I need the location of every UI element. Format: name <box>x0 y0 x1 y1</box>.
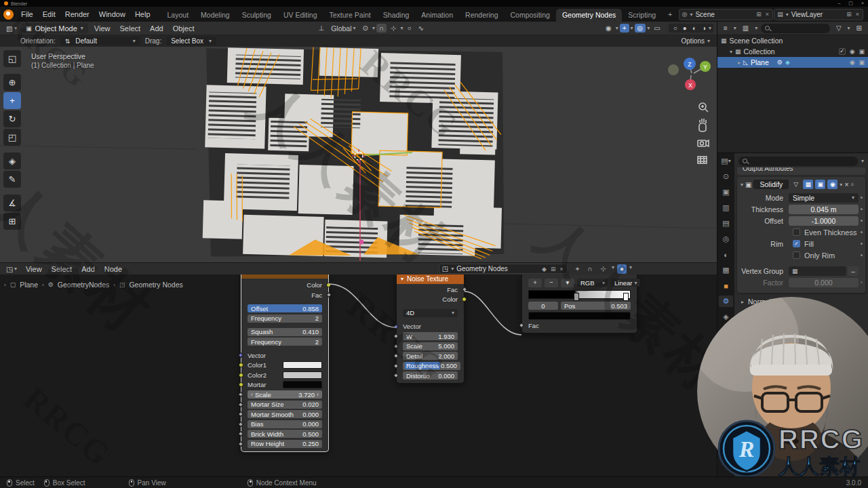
output-attributes-panel[interactable]: Output Attributes <box>737 167 865 175</box>
maximize-button[interactable]: ▢ <box>848 1 853 6</box>
properties-search-input[interactable] <box>738 157 858 166</box>
brick-node-header[interactable] <box>241 274 328 279</box>
w-slider[interactable]: W1.930 <box>403 332 458 340</box>
color2-swatch[interactable] <box>283 371 322 379</box>
collection-checkbox[interactable]: ✓ <box>839 48 846 55</box>
disable-render-icon[interactable]: ▣ <box>859 59 865 66</box>
editor-type-button[interactable]: ◳▾ <box>3 264 20 274</box>
filter-funnel-icon[interactable]: ▽ <box>833 24 844 33</box>
pivot-point-icon[interactable]: ⊙ <box>360 24 371 33</box>
outliner-search-input[interactable] <box>761 24 830 33</box>
stop-color-swatch[interactable] <box>528 312 631 320</box>
show-in-viewport-icon[interactable]: ▣ <box>815 180 825 189</box>
gizmo-minus-x-handle[interactable] <box>668 64 679 75</box>
workspace-tab[interactable]: Modeling <box>195 9 236 22</box>
proportional-editing-icon[interactable]: ○ <box>405 24 414 33</box>
workspace-tab[interactable]: Sculpting <box>236 9 277 22</box>
socket-value-input[interactable] <box>238 421 243 426</box>
value-slider[interactable]: Brick Width0.500 <box>248 430 322 438</box>
dimensions-dropdown[interactable]: 4D▾ <box>403 309 458 317</box>
scale-slider[interactable]: ‹ Scale 3.720 › <box>248 390 322 399</box>
add-workspace-button[interactable]: + <box>663 9 677 20</box>
offset-field[interactable]: Offset0.858 <box>248 304 322 312</box>
even-thickness-checkbox[interactable] <box>793 228 800 236</box>
xray-toggle-icon[interactable]: ▭ <box>651 24 663 33</box>
pan-hand-icon[interactable] <box>699 119 706 131</box>
stop-position-slider[interactable]: Pos0.503 <box>561 302 631 310</box>
tool-add-cube[interactable]: ⊞ <box>3 213 21 230</box>
color1-swatch[interactable] <box>283 361 322 369</box>
factor-slider[interactable]: 0.000 <box>789 278 859 287</box>
socket-fac-input[interactable] <box>519 323 524 328</box>
outliner-row-collection[interactable]: ▾ ▦ Collection ✓ ◉ ▣ <box>717 46 868 57</box>
vertex-group-field[interactable]: ▦ <box>789 266 846 276</box>
tool-scale[interactable]: ◰ <box>3 129 21 146</box>
tab-object[interactable]: ■ <box>719 280 733 291</box>
tab-tool[interactable]: ⊙ <box>719 171 733 182</box>
snap-magnet-icon[interactable]: ∩ <box>376 24 387 33</box>
tab-collection[interactable]: ▦ <box>719 264 733 276</box>
pin-icon[interactable]: ⌖ <box>573 264 583 274</box>
new-nodetree-icon[interactable]: ⊞ <box>550 266 557 272</box>
ortho-grid-icon[interactable] <box>698 157 707 163</box>
editor-type-button[interactable]: ▤▾ <box>719 155 733 167</box>
socket-value-input[interactable] <box>238 431 243 436</box>
drag-dropdown[interactable]: Select Box▾ <box>166 37 216 45</box>
color-mode-dropdown[interactable]: RGB▾ <box>577 279 608 287</box>
menu-item[interactable]: Render <box>60 9 94 20</box>
frequency-field[interactable]: Frequency2 <box>248 314 322 323</box>
socket-color-output[interactable] <box>326 283 331 287</box>
show-on-cage-icon[interactable]: ▽ <box>791 180 801 189</box>
add-stop-button[interactable]: + <box>528 279 542 287</box>
workspace-tab[interactable]: Rendering <box>459 9 504 22</box>
socket-detail-input[interactable] <box>393 353 399 359</box>
shading-material-icon[interactable]: ◐ <box>690 24 699 33</box>
expand-icon[interactable]: ▸ <box>738 60 741 66</box>
menu-item[interactable]: Select <box>47 264 77 274</box>
tab-world[interactable]: ◐ <box>719 249 733 260</box>
noise-texture-node[interactable]: ▾Noise Texture Fac Color 4D▾ Vector W1.9… <box>396 274 465 384</box>
stop-index-field[interactable]: 0 <box>528 302 558 310</box>
snap-magnet-icon[interactable]: ∩ <box>585 264 595 274</box>
socket-color-output[interactable] <box>462 297 467 302</box>
menu-item[interactable]: Select <box>115 23 146 34</box>
unlink-nodetree-icon[interactable]: × <box>559 266 564 272</box>
tool-cursor[interactable]: ⊕ <box>3 74 21 91</box>
rim-fill-checkbox[interactable]: ✓ <box>793 240 800 247</box>
menu-item[interactable]: Node <box>100 264 127 274</box>
zoom-icon[interactable] <box>699 103 708 112</box>
hide-eye-icon[interactable]: ◉ <box>850 59 855 66</box>
menu-item[interactable]: File <box>16 9 38 20</box>
new-scene-icon[interactable]: ⊞ <box>755 11 762 18</box>
thickness-slider[interactable]: 0.045 m <box>789 205 859 214</box>
fake-user-icon[interactable]: ◆ <box>541 266 547 272</box>
socket-fac-output[interactable] <box>462 287 467 292</box>
outliner-row-plane[interactable]: ▸ ◺ Plane ⚙ ◈ ◉ ▣ <box>717 57 868 68</box>
mortar-swatch[interactable] <box>283 381 322 388</box>
socket-w-input[interactable] <box>393 333 399 339</box>
workspace-tab[interactable]: Shading <box>377 9 416 22</box>
properties-options-icon[interactable]: ▾ <box>861 158 864 164</box>
camera-view-icon[interactable] <box>698 140 709 146</box>
interpolation-dropdown[interactable]: Linear▾ <box>611 279 640 287</box>
node-preview-icon[interactable]: ● <box>617 264 627 274</box>
delete-modifier-icon[interactable]: × <box>844 180 848 188</box>
distortion-slider[interactable]: Distortio0.000 <box>403 371 458 380</box>
menu-item[interactable]: Help <box>130 9 155 20</box>
socket-roughness-input[interactable] <box>393 363 399 368</box>
unlink-scene-icon[interactable]: × <box>765 11 770 18</box>
close-button[interactable]: × <box>861 1 864 6</box>
new-viewlayer-icon[interactable]: ⊞ <box>846 11 852 18</box>
show-gizmo-icon[interactable]: + <box>620 24 629 33</box>
menu-item[interactable]: View <box>90 23 115 34</box>
shading-wireframe-icon[interactable]: ○ <box>671 24 680 33</box>
workspace-tab[interactable]: Animation <box>415 9 459 22</box>
orientation-dropdown[interactable]: ⇅Default▾ <box>60 37 140 45</box>
tab-scene[interactable]: ◎ <box>719 233 733 245</box>
show-in-editmode-icon[interactable]: ▦ <box>803 180 813 189</box>
offset-slider[interactable]: -1.0000 <box>789 216 859 226</box>
options-button[interactable]: Options▾ <box>682 37 710 45</box>
workspace-tab[interactable]: Texture Paint <box>323 9 377 22</box>
socket-color1-input[interactable] <box>239 363 243 367</box>
node-tree-selector[interactable]: ◳▾ Geometry Nodes ◆ ⊞ × <box>439 264 568 274</box>
